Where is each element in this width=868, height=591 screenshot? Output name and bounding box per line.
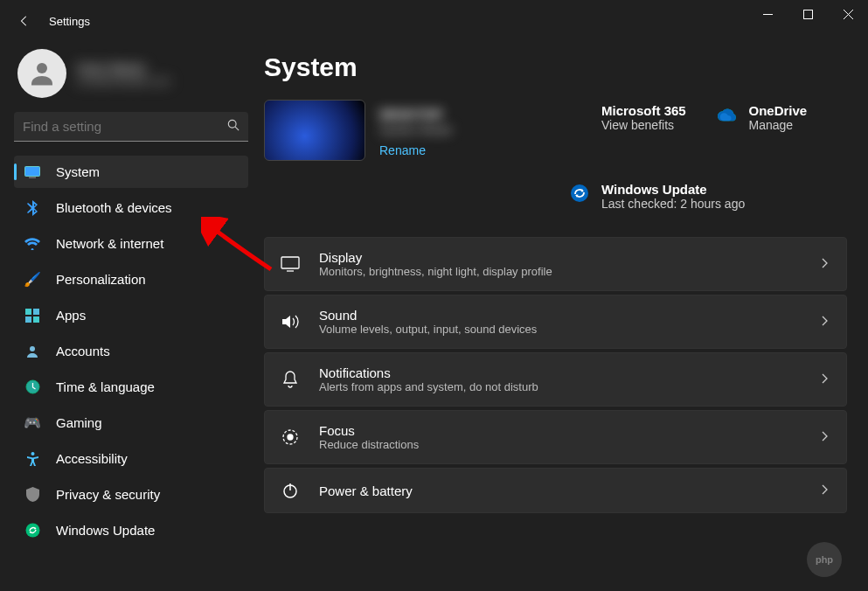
bluetooth-icon bbox=[24, 200, 40, 216]
back-button[interactable] bbox=[14, 10, 35, 31]
svg-rect-7 bbox=[25, 309, 31, 315]
tile-sub: Manage bbox=[749, 118, 808, 132]
accounts-icon bbox=[24, 344, 40, 359]
setting-sub: Monitors, brightness, night light, displ… bbox=[319, 265, 802, 278]
profile-block[interactable]: User Name user@example.com bbox=[3, 42, 259, 112]
svg-rect-9 bbox=[25, 316, 31, 323]
setting-title: Power & battery bbox=[319, 483, 802, 498]
sidebar-item-gaming[interactable]: 🎮 Gaming bbox=[14, 407, 248, 439]
rename-link[interactable]: Rename bbox=[379, 143, 426, 157]
setting-sub: Volume levels, output, input, sound devi… bbox=[319, 323, 802, 336]
setting-title: Notifications bbox=[319, 365, 802, 380]
chevron-right-icon bbox=[822, 429, 829, 445]
svg-point-3 bbox=[228, 120, 236, 128]
profile-email: user@example.com bbox=[77, 75, 170, 87]
sidebar-item-label: Network & internet bbox=[56, 236, 163, 251]
search-wrap bbox=[3, 112, 259, 152]
bell-icon bbox=[281, 370, 300, 389]
focus-icon bbox=[281, 428, 300, 447]
sidebar-item-system[interactable]: System bbox=[14, 156, 248, 188]
sidebar-item-label: Apps bbox=[56, 308, 86, 323]
watermark-badge: php bbox=[807, 542, 842, 577]
update-icon bbox=[24, 523, 40, 539]
svg-rect-5 bbox=[25, 166, 40, 176]
chevron-right-icon bbox=[822, 372, 829, 387]
tile-onedrive[interactable]: OneDrive Manage bbox=[718, 100, 848, 161]
setting-display[interactable]: Display Monitors, brightness, night ligh… bbox=[264, 237, 847, 291]
tile-m365[interactable]: Microsoft 365 View benefits bbox=[570, 100, 700, 161]
settings-window: Settings User Name user@example.com bbox=[0, 0, 868, 591]
device-model: System Model bbox=[379, 123, 451, 136]
setting-focus[interactable]: Focus Reduce distractions bbox=[264, 410, 847, 464]
system-icon bbox=[24, 164, 40, 180]
setting-sub: Alerts from apps and system, do not dist… bbox=[319, 380, 802, 393]
setting-title: Sound bbox=[319, 308, 802, 323]
sidebar-item-label: Privacy & security bbox=[56, 487, 160, 502]
setting-sound[interactable]: Sound Volume levels, output, input, soun… bbox=[264, 295, 847, 349]
main-content: System DESKTOP System Model Rename Micro… bbox=[262, 42, 868, 591]
sidebar-item-privacy[interactable]: Privacy & security bbox=[14, 478, 248, 511]
setting-notifications[interactable]: Notifications Alerts from apps and syste… bbox=[264, 352, 847, 407]
sidebar-item-personalization[interactable]: 🖌️ Personalization bbox=[14, 263, 248, 296]
body: User Name user@example.com System bbox=[0, 42, 868, 591]
nav: System Bluetooth & devices Network & int… bbox=[3, 152, 259, 546]
search-input[interactable] bbox=[14, 112, 248, 142]
tile-title: Microsoft 365 bbox=[601, 103, 686, 118]
svg-rect-6 bbox=[29, 177, 36, 177]
close-button[interactable] bbox=[828, 0, 868, 28]
svg-line-4 bbox=[235, 127, 239, 130]
gaming-icon: 🎮 bbox=[24, 415, 40, 431]
maximize-button[interactable] bbox=[788, 0, 828, 28]
sidebar-item-network[interactable]: Network & internet bbox=[14, 227, 248, 260]
device-name: DESKTOP bbox=[379, 107, 451, 122]
sidebar-item-label: Accounts bbox=[56, 344, 110, 358]
tile-title: Windows Update bbox=[601, 182, 745, 197]
svg-rect-16 bbox=[281, 257, 299, 268]
sidebar-item-label: Windows Update bbox=[56, 523, 155, 538]
wifi-icon bbox=[24, 236, 40, 252]
power-icon bbox=[281, 481, 300, 500]
titlebar: Settings bbox=[0, 0, 868, 42]
app-title: Settings bbox=[49, 15, 90, 28]
svg-point-2 bbox=[37, 63, 47, 73]
display-icon bbox=[281, 254, 300, 274]
tile-windows-update[interactable]: Windows Update Last checked: 2 hours ago bbox=[570, 178, 847, 211]
accessibility-icon bbox=[24, 451, 40, 467]
paintbrush-icon: 🖌️ bbox=[24, 272, 40, 288]
sidebar-item-accounts[interactable]: Accounts bbox=[14, 335, 248, 367]
svg-rect-10 bbox=[33, 316, 39, 323]
tile-sub: View benefits bbox=[601, 118, 686, 132]
svg-rect-1 bbox=[803, 10, 812, 18]
setting-title: Display bbox=[319, 250, 802, 265]
svg-rect-8 bbox=[33, 309, 39, 315]
device-block: DESKTOP System Model Rename bbox=[264, 100, 552, 161]
profile-text: User Name user@example.com bbox=[77, 60, 170, 87]
settings-list: Display Monitors, brightness, night ligh… bbox=[264, 237, 847, 513]
sidebar-item-apps[interactable]: Apps bbox=[14, 299, 248, 331]
chevron-right-icon bbox=[822, 483, 829, 498]
sidebar-item-bluetooth[interactable]: Bluetooth & devices bbox=[14, 191, 248, 224]
svg-point-15 bbox=[571, 184, 588, 202]
sidebar: User Name user@example.com System bbox=[0, 42, 262, 591]
svg-point-14 bbox=[25, 524, 39, 538]
setting-power-battery[interactable]: Power & battery bbox=[264, 468, 847, 513]
tile-sub: Last checked: 2 hours ago bbox=[601, 197, 745, 211]
update-icon bbox=[570, 184, 589, 203]
svg-point-19 bbox=[288, 435, 293, 440]
chevron-right-icon bbox=[822, 256, 829, 272]
sidebar-item-time-language[interactable]: Time & language bbox=[14, 371, 248, 403]
m365-icon bbox=[570, 105, 589, 124]
clock-icon bbox=[24, 379, 40, 395]
setting-sub: Reduce distractions bbox=[319, 438, 802, 451]
window-controls bbox=[747, 0, 868, 28]
sound-icon bbox=[281, 312, 300, 331]
sidebar-item-accessibility[interactable]: Accessibility bbox=[14, 442, 248, 475]
info-grid: DESKTOP System Model Rename Microsoft 36… bbox=[264, 100, 847, 211]
sidebar-item-label: Gaming bbox=[56, 415, 102, 430]
svg-point-13 bbox=[31, 452, 34, 455]
minimize-button[interactable] bbox=[747, 0, 788, 28]
sidebar-item-windows-update[interactable]: Windows Update bbox=[14, 514, 248, 546]
device-thumbnail bbox=[264, 100, 365, 161]
svg-rect-0 bbox=[763, 14, 773, 15]
sidebar-item-label: System bbox=[56, 164, 100, 179]
